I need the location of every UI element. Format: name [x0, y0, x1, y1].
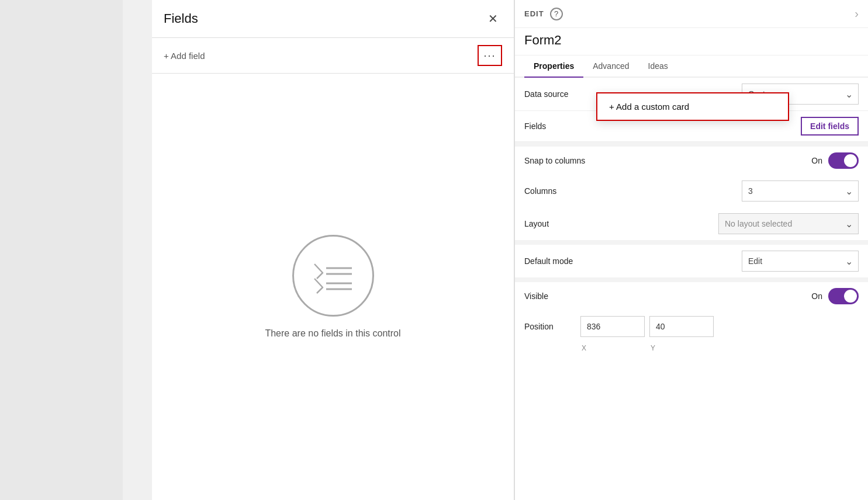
- add-field-button[interactable]: + Add field: [164, 51, 205, 61]
- default-mode-dropdown-wrapper: Edit: [742, 251, 859, 272]
- canvas-area: This fo: [0, 0, 152, 500]
- fields-label: Fields: [524, 121, 546, 131]
- position-x-input[interactable]: [580, 316, 645, 337]
- default-mode-label: Default mode: [524, 256, 573, 266]
- edit-fields-button[interactable]: Edit fields: [801, 117, 859, 136]
- prop-tabs: Properties Advanced Ideas: [515, 55, 868, 78]
- help-icon[interactable]: ?: [550, 8, 563, 20]
- visible-on-label: On: [811, 291, 822, 301]
- snap-on-label: On: [811, 156, 822, 165]
- ellipsis-icon: ···: [483, 50, 496, 62]
- snap-toggle-container: On: [811, 152, 859, 169]
- snap-to-columns-label: Snap to columns: [524, 156, 585, 165]
- visible-label: Visible: [524, 291, 548, 301]
- layout-dropdown-wrapper: No layout selected: [718, 213, 859, 234]
- default-mode-dropdown[interactable]: Edit: [742, 251, 859, 272]
- layout-row: Layout No layout selected: [515, 207, 868, 240]
- fields-content: There are no fields in this control: [152, 74, 514, 500]
- layout-dropdown[interactable]: No layout selected: [718, 213, 859, 234]
- visible-row: Visible On: [515, 282, 868, 310]
- tab-ideas[interactable]: Ideas: [639, 55, 677, 77]
- tab-properties[interactable]: Properties: [524, 55, 583, 78]
- close-button[interactable]: ✕: [483, 9, 502, 28]
- canvas-inner: This fo: [123, 0, 152, 500]
- position-row: Position: [515, 310, 868, 343]
- more-options-button[interactable]: ···: [478, 45, 502, 66]
- fields-empty-icon: [292, 235, 374, 317]
- add-custom-card-label: + Add a custom card: [609, 102, 689, 112]
- chevron-right-icon[interactable]: ›: [855, 7, 859, 20]
- tab-advanced[interactable]: Advanced: [583, 55, 638, 77]
- form-name: Form2: [515, 28, 868, 55]
- position-inputs: [580, 316, 714, 337]
- empty-fields-text: There are no fields in this control: [265, 328, 400, 339]
- columns-label: Columns: [524, 186, 556, 196]
- fields-toolbar: + Add field ···: [152, 38, 514, 74]
- properties-panel: EDIT ? › Form2 Properties Advanced Ideas…: [514, 0, 868, 500]
- columns-row: Columns 3: [515, 175, 868, 207]
- visible-toggle[interactable]: [828, 288, 859, 304]
- position-y-input[interactable]: [649, 316, 714, 337]
- visible-toggle-container: On: [811, 288, 859, 304]
- divider-1: [515, 142, 868, 147]
- default-mode-row: Default mode Edit: [515, 245, 868, 277]
- columns-dropdown-wrapper: 3: [742, 180, 859, 202]
- prop-header: EDIT ? ›: [515, 0, 868, 28]
- data-source-label: Data source: [524, 89, 568, 99]
- prop-header-left: EDIT ?: [524, 8, 563, 20]
- position-label: Position: [524, 322, 571, 331]
- divider-3: [515, 277, 868, 282]
- divider-2: [515, 240, 868, 245]
- fields-panel: Fields ✕ + Add field ··· + Add a custom …: [152, 0, 514, 500]
- edit-label: EDIT: [524, 9, 544, 18]
- custom-card-dropdown: + Add a custom card: [596, 92, 789, 121]
- add-custom-card-item[interactable]: + Add a custom card: [597, 93, 788, 120]
- snap-toggle[interactable]: [828, 152, 859, 169]
- x-axis-label: X: [580, 344, 645, 352]
- fields-title: Fields: [164, 11, 198, 26]
- y-axis-label: Y: [649, 344, 714, 352]
- layout-label: Layout: [524, 219, 549, 228]
- add-field-label: + Add field: [164, 51, 205, 61]
- close-icon: ✕: [488, 12, 498, 26]
- columns-dropdown[interactable]: 3: [742, 180, 859, 202]
- pos-axis-labels: X Y: [571, 343, 868, 357]
- snap-to-columns-row: Snap to columns On: [515, 147, 868, 175]
- fields-header: Fields ✕: [152, 0, 514, 38]
